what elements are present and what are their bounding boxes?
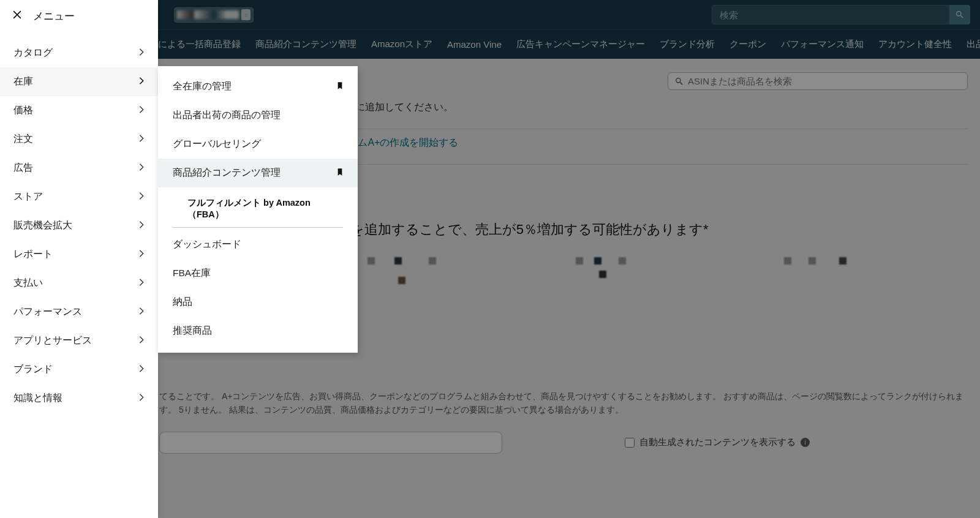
menu-label: 在庫 [13,75,33,88]
chevron-right-icon [138,105,145,116]
submenu-divider [173,227,343,228]
menu-title: メニュー [33,9,75,23]
submenu-label: 納品 [173,296,192,309]
menu-item-apps[interactable]: アプリとサービス [0,326,158,355]
submenu-label: ダッシュボード [173,238,241,251]
menu-label: 注文 [13,133,33,146]
submenu-global-selling[interactable]: グローバルセリング [158,130,358,159]
menu-label: 販売機会拡大 [13,219,72,232]
submenu-label: 商品紹介コンテンツ管理 [173,167,281,179]
chevron-right-icon [138,77,145,88]
close-menu-button[interactable] [11,9,23,24]
bookmark-icon [337,81,343,92]
menu-label: パフォーマンス [13,306,82,318]
chevron-right-icon [138,192,145,203]
menu-item-knowledge[interactable]: 知識と情報 [0,384,158,413]
menu-list: カタログ 在庫 価格 注文 広告 ストア 販売機会拡大 レポート 支払い パフォ… [0,32,158,419]
menu-label: ブランド [13,363,53,376]
chevron-right-icon [138,336,145,347]
menu-label: 知識と情報 [13,392,62,405]
submenu-panel: 全在庫の管理 出品者出荷の商品の管理 グローバルセリング 商品紹介コンテンツ管理… [158,66,358,353]
chevron-right-icon [138,249,145,260]
menu-label: ストア [13,190,43,203]
chevron-right-icon [138,220,145,231]
menu-item-advertising[interactable]: 広告 [0,154,158,182]
chevron-right-icon [138,393,145,404]
submenu-fba-inventory[interactable]: FBA在庫 [158,259,358,288]
submenu-fba-recommended[interactable]: 推奨商品 [158,317,358,345]
menu-item-inventory[interactable]: 在庫 [0,67,158,96]
menu-label: 広告 [13,162,33,175]
chevron-right-icon [138,307,145,318]
menu-item-stores[interactable]: ストア [0,182,158,211]
chevron-right-icon [138,163,145,174]
submenu-seller-fulfilled[interactable]: 出品者出荷の商品の管理 [158,101,358,130]
submenu-a-plus-content[interactable]: 商品紹介コンテンツ管理 [158,159,358,187]
menu-header: メニュー [0,0,158,32]
chevron-right-icon [138,134,145,145]
menu-item-pricing[interactable]: 価格 [0,96,158,125]
menu-item-catalog[interactable]: カタログ [0,39,158,67]
submenu-label: 推奨商品 [173,325,212,337]
menu-label: 支払い [13,277,43,290]
submenu-label: 出品者出荷の商品の管理 [173,109,281,122]
menu-label: カタログ [13,47,53,59]
menu-label: アプリとサービス [13,334,92,347]
menu-label: 価格 [13,104,33,117]
menu-item-growth[interactable]: 販売機会拡大 [0,211,158,240]
submenu-all-inventory[interactable]: 全在庫の管理 [158,72,358,101]
bookmark-icon [337,168,343,179]
chevron-right-icon [138,48,145,59]
submenu-label: 全在庫の管理 [173,80,232,93]
menu-label: レポート [13,248,53,261]
close-icon [11,9,23,21]
menu-item-payments[interactable]: 支払い [0,269,158,298]
submenu-label: FBA在庫 [173,267,211,280]
menu-item-orders[interactable]: 注文 [0,125,158,154]
menu-item-brand[interactable]: ブランド [0,355,158,384]
submenu-fba-dashboard[interactable]: ダッシュボード [158,230,358,259]
menu-panel: メニュー カタログ 在庫 価格 注文 広告 ストア 販売機会拡大 レポート 支払… [0,0,158,518]
menu-item-reports[interactable]: レポート [0,240,158,269]
chevron-right-icon [138,278,145,289]
submenu-fba-shipment[interactable]: 納品 [158,288,358,317]
chevron-right-icon [138,364,145,375]
submenu-section-title: フルフィルメント by Amazon（FBA） [173,190,345,225]
submenu-label: グローバルセリング [173,138,261,151]
menu-item-performance[interactable]: パフォーマンス [0,298,158,326]
